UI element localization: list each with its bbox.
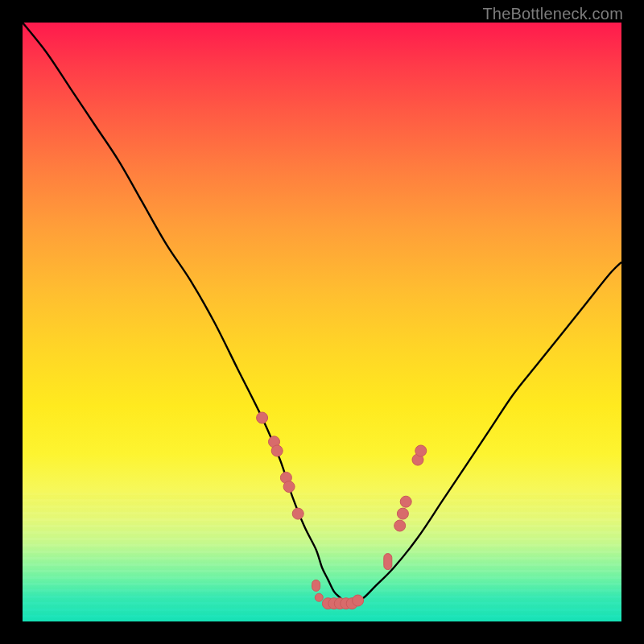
chart-frame: TheBottleneck.com <box>0 0 644 644</box>
gradient-panel <box>23 23 621 621</box>
bottom-bands <box>23 493 621 621</box>
watermark-text: TheBottleneck.com <box>482 5 623 23</box>
